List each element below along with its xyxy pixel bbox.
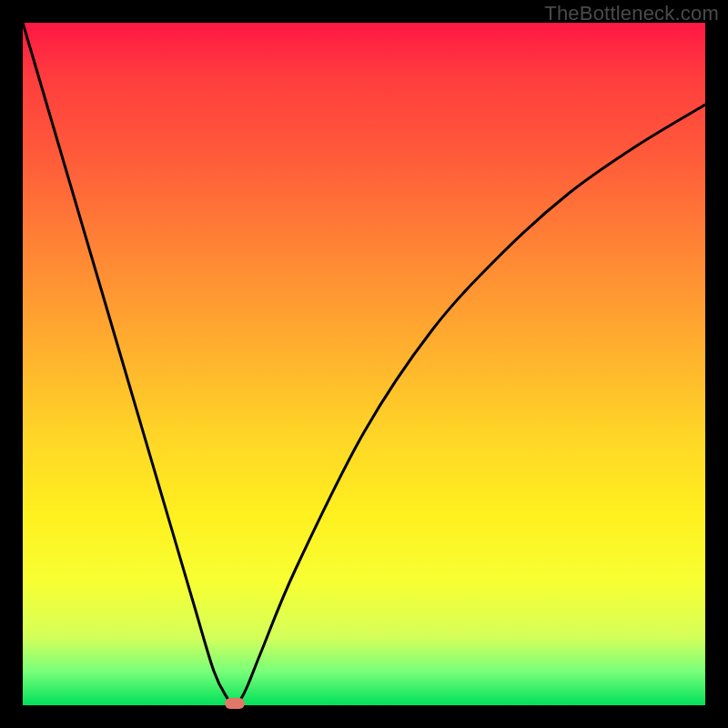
chart-plot-area [23,23,705,705]
watermark-text: TheBottleneck.com [544,2,719,25]
optimal-marker [225,698,245,709]
bottleneck-curve [23,23,705,705]
